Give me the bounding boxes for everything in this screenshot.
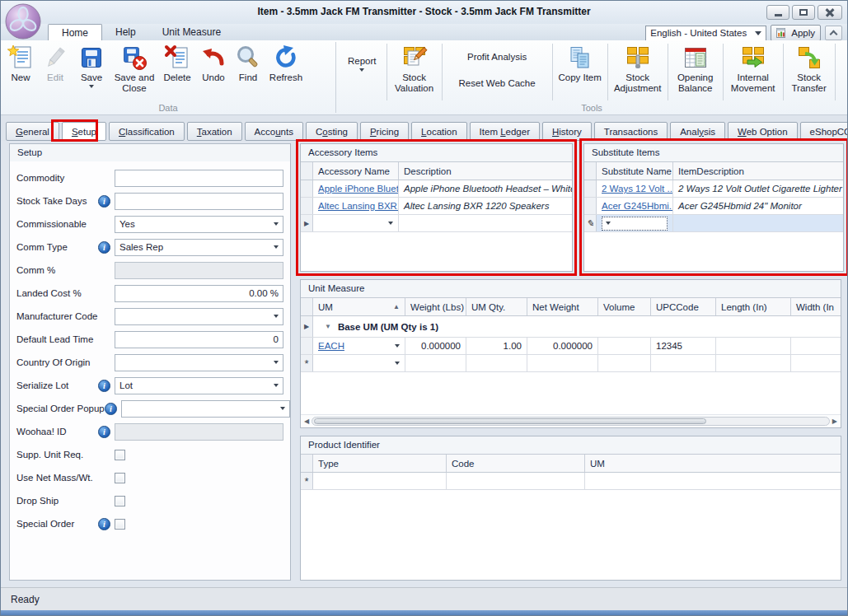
stock-adjustment-button[interactable]: Stock Adjustment: [610, 43, 666, 94]
supp-unit-req-checkbox[interactable]: [115, 450, 125, 460]
special-order-checkbox[interactable]: [115, 519, 125, 530]
volume-cell[interactable]: [598, 338, 651, 354]
ribbon-tab-unit-measure[interactable]: Unit Measure: [149, 24, 234, 40]
accessory-link[interactable]: Altec Lansing BXR1...: [318, 201, 399, 211]
stock-take-days-input[interactable]: [115, 193, 283, 210]
reset-web-cache-button[interactable]: Reset Web Cache: [452, 76, 542, 91]
column-header[interactable]: Length (In): [716, 298, 791, 315]
tab-accounts[interactable]: Accounts: [245, 122, 303, 141]
scroll-right-icon[interactable]: ▶: [832, 418, 837, 425]
apply-button[interactable]: Apply: [771, 25, 821, 41]
language-selector[interactable]: English - United States: [645, 26, 766, 41]
tab-taxation[interactable]: Taxation: [187, 122, 242, 141]
landed-cost-input[interactable]: [115, 285, 283, 302]
refresh-button[interactable]: Refresh: [265, 43, 307, 83]
tab-costing[interactable]: Costing: [306, 122, 358, 141]
scrollbar-thumb[interactable]: [314, 418, 706, 424]
column-header[interactable]: Accessory Name: [313, 162, 399, 180]
column-header[interactable]: Weight (Lbs): [405, 298, 466, 315]
substitute-description: 2 Ways 12 Volt Outlet Cigarette Lighter …: [673, 180, 843, 197]
manufacturer-code-combo[interactable]: [115, 308, 283, 325]
commissionable-combo[interactable]: Yes: [115, 216, 283, 233]
profit-analysis-button[interactable]: Profit Analysis: [452, 49, 542, 64]
column-header[interactable]: Width (In: [791, 298, 841, 315]
code-cell[interactable]: [447, 473, 585, 489]
ribbon-tab-home[interactable]: Home: [48, 24, 102, 40]
find-button[interactable]: Find: [232, 43, 265, 83]
undo-button[interactable]: Undo: [195, 43, 232, 83]
floppy-icon: [78, 44, 105, 71]
save-and-close-button[interactable]: Save and Close: [110, 43, 159, 94]
maximize-button[interactable]: [792, 5, 815, 20]
delete-button[interactable]: Delete: [159, 43, 195, 83]
app-menu-button[interactable]: [4, 2, 42, 40]
tab-analysis[interactable]: Analysis: [670, 122, 725, 141]
collapse-triangle-icon[interactable]: ▼: [325, 323, 331, 330]
internal-movement-button[interactable]: Internal Movement: [725, 43, 781, 94]
scrollbar-track[interactable]: [312, 417, 830, 426]
um-link[interactable]: EACH: [318, 341, 344, 351]
substitute-name-combo[interactable]: [602, 217, 668, 231]
um-combo[interactable]: EACH: [313, 338, 405, 354]
special-order-popup-combo[interactable]: [121, 400, 290, 418]
horizontal-scrollbar[interactable]: ◀ ▶: [301, 414, 841, 427]
report-button[interactable]: Report: [340, 43, 385, 72]
substitute-link[interactable]: 2 Ways 12 Volt ...: [602, 184, 673, 194]
commodity-input[interactable]: [115, 170, 283, 187]
column-header[interactable]: UM▲: [313, 298, 405, 315]
close-button[interactable]: [818, 5, 842, 20]
um-combo[interactable]: [313, 355, 405, 371]
tab-transactions[interactable]: Transactions: [594, 122, 668, 141]
column-header[interactable]: Description: [399, 162, 572, 180]
tab-general[interactable]: General: [6, 122, 59, 141]
column-header[interactable]: Net Weight: [527, 298, 598, 315]
column-header[interactable]: UM: [585, 455, 841, 472]
group-row[interactable]: ▶ ▼Base UM (UM Qty is 1): [301, 316, 841, 338]
net-weight-cell[interactable]: 0.000000: [527, 338, 598, 354]
tab-classification[interactable]: Classification: [109, 122, 185, 141]
tab-location[interactable]: Location: [411, 122, 467, 141]
weight-cell[interactable]: 0.000000: [405, 338, 466, 354]
drop-ship-checkbox[interactable]: [115, 496, 125, 506]
tab-web-option[interactable]: Web Option: [728, 122, 798, 141]
group-separator: [783, 44, 784, 100]
column-header[interactable]: Substitute Name: [597, 162, 673, 180]
tab-setup[interactable]: Setup: [62, 122, 106, 141]
accessory-link[interactable]: Apple iPhone Bluet...: [318, 184, 399, 194]
country-of-origin-combo[interactable]: [115, 354, 283, 371]
opening-balance-button[interactable]: Opening Balance: [670, 43, 721, 94]
ribbon-tab-help[interactable]: Help: [102, 24, 149, 40]
tab-history[interactable]: History: [542, 122, 592, 141]
tab-eshopconnect[interactable]: eShopCONNECT: [800, 122, 848, 141]
tab-item-ledger[interactable]: Item Ledger: [470, 122, 540, 141]
stock-valuation-button[interactable]: Stock Valuation: [389, 43, 440, 94]
copy-item-button[interactable]: Copy Item: [555, 43, 606, 83]
tab-pricing[interactable]: Pricing: [360, 122, 409, 141]
edit-button[interactable]: Edit: [37, 43, 73, 83]
new-button[interactable]: New: [4, 43, 37, 83]
serialize-lot-combo[interactable]: Lot: [115, 377, 283, 394]
use-net-mass-checkbox[interactable]: [115, 473, 125, 483]
collapse-ribbon-button[interactable]: [825, 26, 842, 40]
column-header[interactable]: ItemDescription: [673, 162, 843, 180]
column-header[interactable]: Volume: [598, 298, 651, 315]
um-cell[interactable]: [585, 473, 841, 489]
comm-type-combo[interactable]: Sales Rep: [115, 239, 283, 256]
upc-code-cell[interactable]: 12345: [651, 338, 716, 354]
stock-transfer-button[interactable]: Stock Transfer: [785, 43, 833, 94]
column-header[interactable]: Type: [313, 455, 447, 472]
substitute-link[interactable]: Acer G245Hbmi...: [602, 201, 673, 211]
um-qty-cell[interactable]: 1.00: [466, 338, 527, 354]
scroll-left-icon[interactable]: ◀: [304, 418, 309, 425]
minimize-button[interactable]: [766, 5, 789, 20]
accessory-name-combo[interactable]: [313, 215, 399, 231]
save-button[interactable]: Save: [73, 43, 110, 88]
type-cell[interactable]: [313, 473, 447, 489]
column-header[interactable]: Code: [447, 455, 585, 472]
minimize-icon: [775, 14, 782, 16]
width-cell[interactable]: [791, 338, 841, 354]
column-header[interactable]: UM Qty.: [466, 298, 527, 315]
column-header[interactable]: UPCCode: [651, 298, 716, 315]
length-cell[interactable]: [716, 338, 791, 354]
default-lead-time-input[interactable]: [115, 331, 283, 348]
